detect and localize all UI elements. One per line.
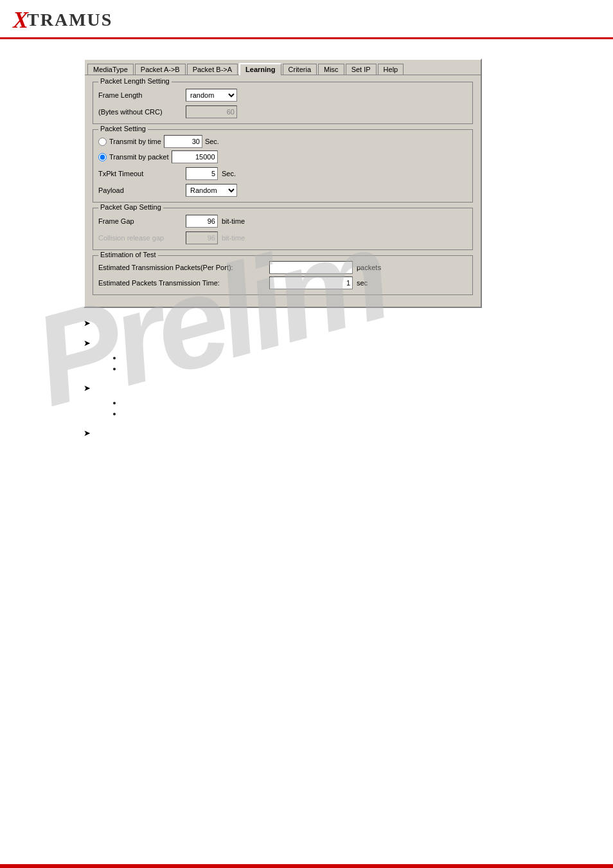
est-time-input[interactable] <box>269 276 353 289</box>
transmit-time-input[interactable] <box>164 135 202 148</box>
packet-length-label: Packet Length Setting <box>98 77 172 85</box>
est-packets-label: Estimated Transmission Packets(Per Port)… <box>98 264 265 271</box>
transmit-packet-label: Transmit by packet <box>109 153 169 161</box>
packet-gap-group: Packet Gap Setting Frame Gap bit-time Co… <box>93 208 473 250</box>
frame-length-row: Frame Length random 64 128 256 512 1024 … <box>98 89 467 102</box>
packet-setting-group: Packet Setting Transmit by time Sec. Tra… <box>93 129 473 203</box>
bullet-list-2 <box>122 353 600 373</box>
transmit-packet-row: Transmit by packet <box>98 150 467 163</box>
txpkt-timeout-unit: Sec. <box>222 170 236 177</box>
frame-gap-unit: bit-time <box>222 217 245 225</box>
est-time-unit: sec <box>357 279 368 287</box>
tab-packet-ab[interactable]: Packet A->B <box>135 64 186 75</box>
transmit-time-unit: Sec. <box>205 138 219 145</box>
transmit-time-row: Transmit by time Sec. <box>98 135 467 148</box>
transmit-packet-input[interactable] <box>172 150 218 163</box>
bytes-crc-label: (Bytes without CRC) <box>98 108 182 116</box>
packet-gap-label: Packet Gap Setting <box>98 203 163 211</box>
payload-select[interactable]: Random All 0 All 1 <box>186 184 237 197</box>
arrow-3: ➤ <box>84 383 91 393</box>
bullet-list-3-item-1 <box>122 398 600 407</box>
est-time-row: Estimated Packets Transmission Time: sec <box>98 276 467 289</box>
payload-row: Payload Random All 0 All 1 <box>98 184 467 197</box>
tab-learning[interactable]: Learning <box>239 63 281 75</box>
panel-content: Packet Length Setting Frame Length rando… <box>85 75 481 307</box>
frame-gap-label: Frame Gap <box>98 217 182 225</box>
tab-bar: MediaType Packet A->B Packet B->A Learni… <box>85 60 481 75</box>
est-packets-unit: packets <box>357 264 381 271</box>
logo-tramus: TRAMUS <box>27 10 112 30</box>
frame-gap-input[interactable] <box>186 215 218 228</box>
bullet-list-3 <box>122 398 600 418</box>
packet-setting-label: Packet Setting <box>98 125 148 132</box>
transmit-time-label: Transmit by time <box>109 138 161 145</box>
logo-x: X <box>13 6 27 33</box>
transmit-packet-radio[interactable] <box>98 153 107 161</box>
txpkt-timeout-row: TxPkt Timeout Sec. <box>98 167 467 180</box>
tab-mediatype[interactable]: MediaType <box>87 64 134 75</box>
header: X TRAMUS <box>0 0 613 39</box>
frame-gap-row: Frame Gap bit-time <box>98 215 467 228</box>
estimation-group: Estimation of Test Estimated Transmissio… <box>93 255 473 295</box>
tab-help[interactable]: Help <box>378 64 404 75</box>
txpkt-timeout-input[interactable] <box>186 167 218 180</box>
main-content: MediaType Packet A->B Packet B->A Learni… <box>0 39 613 456</box>
collision-gap-label: Collision release gap <box>98 234 182 242</box>
estimation-label: Estimation of Test <box>98 251 158 258</box>
tab-criteria[interactable]: Criteria <box>283 64 317 75</box>
packet-length-group: Packet Length Setting Frame Length rando… <box>93 82 473 124</box>
arrow-2: ➤ <box>84 338 91 348</box>
bullet-1: ➤ <box>84 318 600 328</box>
tab-setip[interactable]: Set IP <box>346 64 377 75</box>
footer-bar <box>0 864 613 868</box>
collision-gap-input <box>186 231 218 244</box>
bullet-2: ➤ <box>84 338 600 348</box>
bullets-section: ➤ ➤ ➤ ➤ <box>84 318 600 438</box>
bullet-list-3-item-2 <box>122 409 600 418</box>
arrow-4: ➤ <box>84 428 91 438</box>
arrow-1: ➤ <box>84 318 91 328</box>
bullet-3: ➤ <box>84 383 600 393</box>
tab-misc[interactable]: Misc <box>318 64 344 75</box>
txpkt-timeout-label: TxPkt Timeout <box>98 170 182 177</box>
dialog-panel: MediaType Packet A->B Packet B->A Learni… <box>84 59 482 308</box>
frame-length-label: Frame Length <box>98 91 182 99</box>
bytes-crc-row: (Bytes without CRC) <box>98 105 467 118</box>
est-time-label: Estimated Packets Transmission Time: <box>98 279 265 287</box>
collision-gap-row: Collision release gap bit-time <box>98 231 467 244</box>
collision-gap-unit: bit-time <box>222 234 245 242</box>
bullet-4: ➤ <box>84 428 600 438</box>
transmit-time-radio[interactable] <box>98 138 107 146</box>
bytes-crc-input[interactable] <box>186 105 237 118</box>
est-packets-row: Estimated Transmission Packets(Per Port)… <box>98 261 467 274</box>
payload-label: Payload <box>98 186 182 194</box>
bullet-list-2-item-2 <box>122 364 600 373</box>
tab-packet-ba[interactable]: Packet B->A <box>187 64 238 75</box>
bullet-list-2-item-1 <box>122 353 600 362</box>
frame-length-select[interactable]: random 64 128 256 512 1024 1518 <box>186 89 237 102</box>
est-packets-input[interactable] <box>269 261 353 274</box>
